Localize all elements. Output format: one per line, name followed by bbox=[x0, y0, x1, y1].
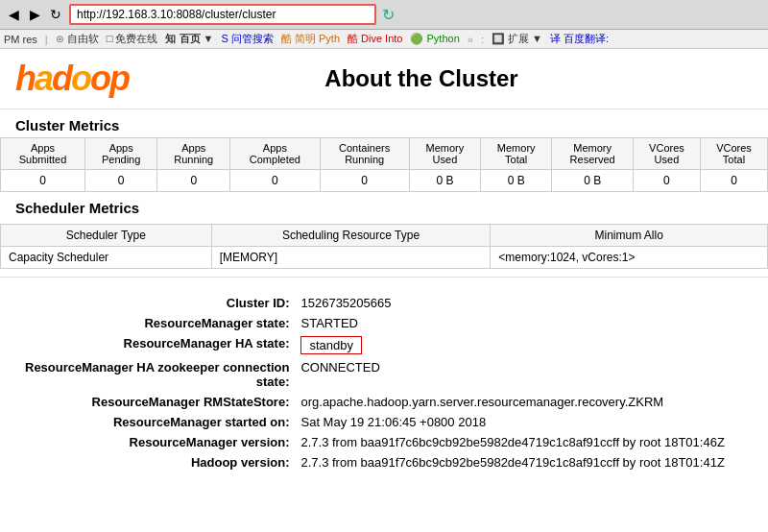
info-row-started-on: ResourceManager started on: Sat May 19 2… bbox=[19, 412, 749, 432]
scheduler-row: Capacity Scheduler [MEMORY] <memory:1024… bbox=[1, 247, 768, 269]
sched-val-minalloc: <memory:1024, vCores:1> bbox=[491, 247, 768, 269]
page-content: hadoop About the Cluster Cluster Metrics… bbox=[0, 49, 768, 488]
bookmark-search[interactable]: S 问管搜索 bbox=[221, 32, 273, 46]
sched-col-resource: Scheduling Resource Type bbox=[211, 225, 491, 247]
value-ha-state: standby bbox=[295, 333, 749, 357]
info-row-ha-state: ResourceManager HA state: standby bbox=[19, 333, 749, 357]
page-header: hadoop About the Cluster bbox=[0, 49, 768, 109]
value-zk-state: CONNECTED bbox=[295, 357, 749, 392]
val-vcores-used: 0 bbox=[633, 170, 700, 192]
value-started-on: Sat May 19 21:06:45 +0800 2018 bbox=[295, 412, 749, 432]
bookmark-pm-res[interactable]: PM res bbox=[4, 34, 37, 45]
val-apps-pending: 0 bbox=[85, 170, 157, 192]
scheduler-metrics-title: Scheduler Metrics bbox=[0, 192, 768, 220]
info-row-zk-state: ResourceManager HA zookeeper connections… bbox=[19, 357, 749, 392]
val-memory-reserved: 0 B bbox=[552, 170, 634, 192]
bookmark-translate[interactable]: 译 百度翻译: bbox=[550, 32, 609, 46]
browser-back-icon[interactable]: ◀ bbox=[6, 7, 21, 22]
label-rmstatestore: ResourceManager RMStateStore: bbox=[19, 392, 295, 412]
label-rm-state: ResourceManager state: bbox=[19, 313, 295, 333]
sched-col-type: Scheduler Type bbox=[1, 225, 212, 247]
bookmark-free-online[interactable]: □ 免费在线 bbox=[107, 32, 158, 46]
val-memory-used: 0 B bbox=[409, 170, 480, 192]
label-hadoop-version: Hadoop version: bbox=[19, 452, 295, 472]
col-containers-running: ContainersRunning bbox=[320, 138, 409, 170]
val-apps-completed: 0 bbox=[230, 170, 320, 192]
cluster-info-section: Cluster ID: 1526735205665 ResourceManage… bbox=[0, 277, 768, 488]
bookmark-python1[interactable]: 酷 简明 Pyth bbox=[281, 32, 340, 46]
label-started-on: ResourceManager started on: bbox=[19, 412, 295, 432]
col-memory-used: MemoryUsed bbox=[409, 138, 480, 170]
val-vcores-total: 0 bbox=[700, 170, 767, 192]
label-cluster-id: Cluster ID: bbox=[19, 293, 295, 313]
reload-icon[interactable]: ↻ bbox=[382, 6, 395, 24]
col-memory-reserved: MemoryReserved bbox=[552, 138, 634, 170]
col-vcores-used: VCoresUsed bbox=[633, 138, 700, 170]
col-apps-running: AppsRunning bbox=[157, 138, 230, 170]
bookmark-python2[interactable]: 🟢 Python bbox=[410, 33, 459, 45]
value-rm-version: 2.7.3 from baa91f7c6bc9cb92be5982de4719c… bbox=[295, 432, 749, 452]
val-apps-submitted: 0 bbox=[1, 170, 85, 192]
col-apps-submitted: AppsSubmitted bbox=[1, 138, 85, 170]
label-rm-version: ResourceManager version: bbox=[19, 432, 295, 452]
val-containers-running: 0 bbox=[320, 170, 409, 192]
value-hadoop-version: 2.7.3 from baa91f7c6bc9cb92be5982de4719c… bbox=[295, 452, 749, 472]
sched-val-type: Capacity Scheduler bbox=[1, 247, 212, 269]
sched-val-resource: [MEMORY] bbox=[211, 247, 491, 269]
cluster-metrics-table: AppsSubmitted AppsPending AppsRunning Ap… bbox=[0, 137, 768, 192]
page-title: About the Cluster bbox=[129, 65, 753, 92]
val-memory-total: 0 B bbox=[481, 170, 552, 192]
browser-forward-icon[interactable]: ▶ bbox=[27, 7, 42, 22]
address-bar[interactable]: http://192.168.3.10:8088/cluster/cluster bbox=[69, 4, 376, 25]
bookmark-extensions[interactable]: 🔲 扩展 ▼ bbox=[492, 32, 542, 46]
info-row-rm-state: ResourceManager state: STARTED bbox=[19, 313, 749, 333]
col-vcores-total: VCoresTotal bbox=[700, 138, 767, 170]
bookmarks-bar: PM res | ⊙ 自由软 □ 免费在线 知 百页 ▼ S 问管搜索 酷 简明… bbox=[0, 30, 768, 49]
bookmark-baidu[interactable]: 知 百页 ▼ bbox=[165, 32, 213, 46]
scheduler-metrics-table: Scheduler Type Scheduling Resource Type … bbox=[0, 224, 768, 269]
sched-col-minalloc: Minimum Allo bbox=[491, 225, 768, 247]
value-cluster-id: 1526735205665 bbox=[295, 293, 749, 313]
cluster-info-table: Cluster ID: 1526735205665 ResourceManage… bbox=[19, 293, 749, 472]
col-memory-total: MemoryTotal bbox=[481, 138, 552, 170]
value-rmstatestore: org.apache.hadoop.yarn.server.resourcema… bbox=[295, 392, 749, 412]
ha-state-box: standby bbox=[300, 336, 362, 354]
bookmark-diveinto[interactable]: 酷 Dive Into bbox=[348, 32, 402, 46]
col-apps-completed: AppsCompleted bbox=[230, 138, 320, 170]
info-row-rm-version: ResourceManager version: 2.7.3 from baa9… bbox=[19, 432, 749, 452]
metrics-row: 0 0 0 0 0 0 B 0 B 0 B 0 0 bbox=[1, 170, 768, 192]
val-apps-running: 0 bbox=[157, 170, 230, 192]
info-row-cluster-id: Cluster ID: 1526735205665 bbox=[19, 293, 749, 313]
cluster-metrics-title: Cluster Metrics bbox=[0, 109, 768, 137]
col-apps-pending: AppsPending bbox=[85, 138, 157, 170]
label-ha-state: ResourceManager HA state: bbox=[19, 333, 295, 357]
browser-refresh-icon[interactable]: ↻ bbox=[48, 7, 63, 22]
browser-chrome: ◀ ▶ ↻ http://192.168.3.10:8088/cluster/c… bbox=[0, 0, 768, 30]
label-zk-state: ResourceManager HA zookeeper connections… bbox=[19, 357, 295, 392]
info-row-rmstatestore: ResourceManager RMStateStore: org.apache… bbox=[19, 392, 749, 412]
bookmark-freedom[interactable]: ⊙ 自由软 bbox=[56, 32, 99, 46]
value-rm-state: STARTED bbox=[295, 313, 749, 333]
hadoop-logo: hadoop bbox=[15, 59, 129, 99]
info-row-hadoop-version: Hadoop version: 2.7.3 from baa91f7c6bc9c… bbox=[19, 452, 749, 472]
